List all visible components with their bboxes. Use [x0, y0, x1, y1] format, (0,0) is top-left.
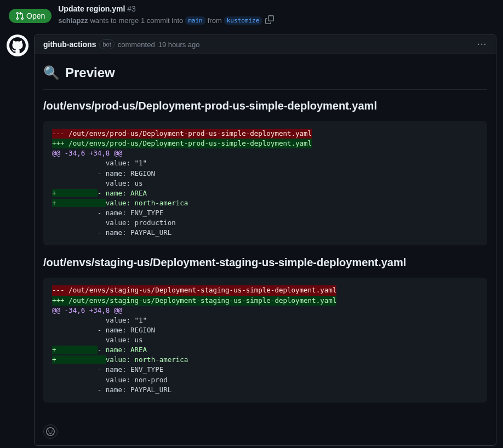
preview-title: Preview: [65, 65, 115, 81]
state-badge-label: Open: [26, 12, 45, 20]
comment: github-actions bot commented 19 hours ag…: [34, 35, 496, 446]
copy-branch-icon[interactable]: [264, 14, 275, 27]
comment-author[interactable]: github-actions: [43, 40, 96, 49]
merge-summary: schlapzz wants to merge 1 commit into ma…: [58, 14, 275, 27]
file-heading: /out/envs/prod-us/Deployment-prod-us-sim…: [43, 100, 487, 112]
head-branch[interactable]: kustomize: [224, 16, 262, 25]
comment-time-prefix: commented: [118, 41, 155, 49]
diff-added-line: + value: north-america: [52, 355, 188, 364]
diff-line: value: production: [52, 219, 176, 227]
file-heading: /out/envs/staging-us/Deployment-staging-…: [43, 256, 487, 269]
diff-line: value: "1": [52, 316, 147, 324]
preview-heading: 🔍 Preview: [43, 65, 487, 81]
github-logo-icon: [9, 37, 26, 54]
pr-author[interactable]: schlapzz: [58, 16, 88, 25]
diff-hunk: @@ -34,6 +34,8 @@: [52, 149, 122, 157]
diff-block: --- /out/envs/prod-us/Deployment-prod-us…: [43, 121, 487, 245]
comment-header: github-actions bot commented 19 hours ag…: [35, 35, 496, 54]
diff-hunk: @@ -34,6 +34,8 @@: [52, 306, 122, 314]
diff-line: value: non-prod: [52, 376, 168, 384]
diff-added-line: + - name: AREA: [52, 189, 147, 197]
bot-badge: bot: [99, 39, 114, 49]
add-reaction-button[interactable]: [43, 424, 58, 439]
diff-added-line: + value: north-america: [52, 199, 188, 207]
diff-line: - name: REGION: [52, 326, 155, 334]
smiley-icon: [46, 427, 55, 436]
diff-added-header: +++ /out/envs/staging-us/Deployment-stag…: [52, 296, 336, 306]
merge-text-from: from: [208, 16, 222, 25]
diff-added-line: + - name: AREA: [52, 346, 147, 354]
pr-title[interactable]: Update region.yml: [58, 4, 125, 13]
diff-removed-header: --- /out/envs/staging-us/Deployment-stag…: [52, 285, 336, 295]
pr-header-info: Update region.yml #3 schlapzz wants to m…: [58, 4, 275, 27]
comment-body: 🔍 Preview /out/envs/prod-us/Deployment-p…: [35, 54, 496, 420]
pr-header: Open Update region.yml #3 schlapzz wants…: [0, 0, 503, 31]
diff-line: - name: PAYPAL_URL: [52, 228, 172, 237]
diff-line: value: us: [52, 179, 143, 187]
diff-line: value: "1": [52, 159, 147, 167]
pr-number: #3: [127, 4, 136, 13]
diff-line: value: us: [52, 336, 143, 344]
timeline: github-actions bot commented 19 hours ag…: [0, 31, 503, 448]
diff-line: - name: ENV_TYPE: [52, 365, 163, 374]
git-pull-request-icon: [15, 12, 24, 20]
avatar[interactable]: [7, 35, 28, 56]
comment-time[interactable]: 19 hours ago: [158, 41, 200, 49]
diff-line: - name: REGION: [52, 169, 155, 177]
diff-block: --- /out/envs/staging-us/Deployment-stag…: [43, 278, 487, 402]
diff-removed-header: --- /out/envs/prod-us/Deployment-prod-us…: [52, 129, 312, 139]
kebab-menu-icon[interactable]: ···: [477, 40, 487, 49]
divider: [43, 89, 487, 90]
base-branch[interactable]: main: [185, 16, 205, 25]
diff-line: - name: ENV_TYPE: [52, 209, 163, 217]
comment-footer: [35, 420, 496, 445]
state-badge-open: Open: [9, 9, 52, 23]
diff-added-header: +++ /out/envs/prod-us/Deployment-prod-us…: [52, 139, 312, 148]
merge-text: wants to merge 1 commit into: [90, 16, 183, 25]
magnifier-icon: 🔍: [43, 65, 60, 81]
diff-line: - name: PAYPAL_URL: [52, 386, 172, 394]
